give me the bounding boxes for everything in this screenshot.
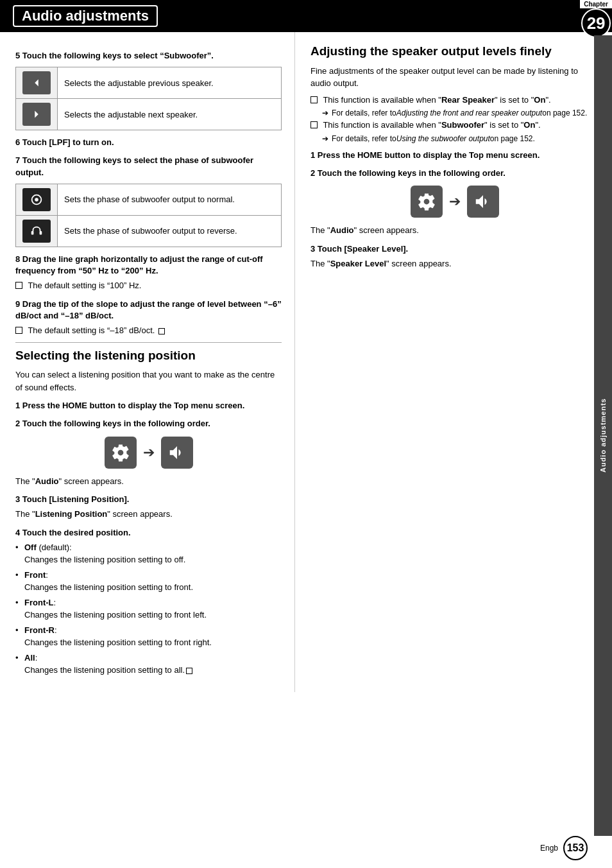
list-item: Front-L:Changes the listening position s… — [15, 596, 282, 621]
phase-normal-icon — [22, 188, 51, 211]
content-area: 5 Touch the following keys to select “Su… — [0, 32, 612, 692]
phase-reverse-icon — [22, 220, 51, 243]
sq-bullet — [15, 327, 22, 334]
arrow-icon-r: ➔ — [449, 193, 461, 210]
next-speaker-icon-cell — [16, 99, 58, 130]
audio-icon-box — [161, 437, 193, 469]
settings-icon-box — [105, 437, 137, 469]
sq-bullet2 — [310, 121, 318, 128]
list-item: Front-R:Changes the listening position s… — [15, 624, 282, 649]
step3-heading: 3 Touch [Speaker Level]. — [310, 243, 599, 255]
section2-title: Selecting the listening position — [15, 348, 282, 364]
side-tab-label: Audio adjustments — [599, 398, 607, 473]
right-column: Adjusting the speaker output levels fine… — [295, 32, 612, 692]
svg-rect-3 — [40, 231, 42, 235]
note2: This function is available when "Subwoof… — [310, 119, 599, 132]
note2-sub: For details, refer to Using the subwoofe… — [322, 134, 599, 143]
step8-note: The default setting is “100” Hz. — [15, 279, 282, 292]
phase-normal-icon-cell — [16, 184, 58, 215]
prev-speaker-icon-cell — [16, 67, 58, 99]
sq-bullet — [15, 282, 22, 289]
step9-heading: 9 Drag the tip of the slope to adjust th… — [15, 299, 282, 322]
step1-heading: 1 Press the HOME button to display the T… — [310, 150, 599, 161]
position-list: Off (default):Changes the listening posi… — [15, 541, 282, 677]
page: Audio adjustments Chapter 29 5 Touch the… — [0, 0, 612, 868]
phase-normal-text: Sets the phase of subwoofer output to no… — [58, 184, 282, 215]
arrow-icon: ➔ — [143, 444, 155, 461]
table-row: Sets the phase of subwoofer output to no… — [16, 184, 282, 215]
section2-intro: You can select a listening position that… — [15, 369, 282, 394]
speaker-select-table: Selects the adjustable previous speaker.… — [15, 67, 282, 130]
step2-heading: 2 Touch the following keys in the follow… — [310, 168, 599, 179]
settings-icon-box-r — [411, 186, 443, 218]
note1: This function is available when "Rear Sp… — [310, 94, 599, 107]
next-speaker-text: Selects the adjustable next speaker. — [58, 99, 282, 130]
s2-step4-heading: 4 Touch the desired position. — [15, 527, 282, 539]
prev-speaker-text: Selects the adjustable previous speaker. — [58, 67, 282, 99]
svg-point-1 — [35, 198, 38, 202]
phase-reverse-icon-cell — [16, 215, 58, 247]
list-item: Front:Changes the listening position set… — [15, 569, 282, 594]
step8-heading: 8 Drag the line graph horizontally to ad… — [15, 254, 282, 277]
list-item: All:Changes the listening position setti… — [15, 652, 282, 677]
audio-icon-box-r — [467, 186, 499, 218]
s2-audio-screen: The "Audio" screen appears. — [15, 475, 282, 488]
note1-sub: For details, refer to Adjusting the fron… — [322, 108, 599, 117]
s2-step3-heading: 3 Touch [Listening Position]. — [15, 494, 282, 505]
nav-arrow-row: ➔ — [310, 186, 599, 218]
table-row: Selects the adjustable next speaker. — [16, 99, 282, 130]
audio-screen-text: The "Audio" screen appears. — [310, 224, 599, 237]
chapter-badge: Chapter 29 — [580, 0, 612, 38]
speaker-level-screen: The "Speaker Level" screen appears. — [310, 257, 599, 270]
table-row: Sets the phase of subwoofer output to re… — [16, 215, 282, 247]
sq-bullet1 — [310, 96, 318, 103]
step9-note: The default setting is “–18” dB/oct. — [15, 324, 282, 337]
phase-select-table: Sets the phase of subwoofer output to no… — [15, 184, 282, 247]
section-intro: Fine adjustments of the speaker output l… — [310, 65, 599, 90]
step6-heading: 6 Touch [LPF] to turn on. — [15, 137, 282, 148]
chapter-number: 29 — [581, 8, 611, 38]
prev-speaker-icon — [22, 71, 51, 94]
page-number: 153 — [563, 836, 588, 860]
section-title: Adjusting the speaker output levels fine… — [310, 44, 599, 60]
s2-step1-heading: 1 Press the HOME button to display the T… — [15, 400, 282, 412]
list-item: Off (default):Changes the listening posi… — [15, 541, 282, 566]
page-header: Audio adjustments Chapter 29 — [0, 0, 612, 32]
next-speaker-icon — [22, 103, 51, 126]
s2-step2-heading: 2 Touch the following keys in the follow… — [15, 418, 282, 430]
svg-rect-2 — [31, 231, 34, 235]
step5-heading: 5 Touch the following keys to select “Su… — [15, 50, 282, 62]
s2-nav-arrow-row: ➔ — [15, 437, 282, 469]
page-footer: Engb 153 — [540, 836, 588, 860]
left-column: 5 Touch the following keys to select “Su… — [0, 32, 295, 692]
table-row: Selects the adjustable previous speaker. — [16, 67, 282, 99]
phase-reverse-text: Sets the phase of subwoofer output to re… — [58, 215, 282, 247]
step7-heading: 7 Touch the following keys to select the… — [15, 155, 282, 178]
chapter-label: Chapter — [580, 0, 612, 8]
side-tab-strip: Audio adjustments — [594, 35, 612, 836]
footer-lang: Engb — [540, 844, 558, 853]
s2-listening-screen: The "Listening Position" screen appears. — [15, 508, 282, 521]
page-title: Audio adjustments — [13, 5, 158, 27]
